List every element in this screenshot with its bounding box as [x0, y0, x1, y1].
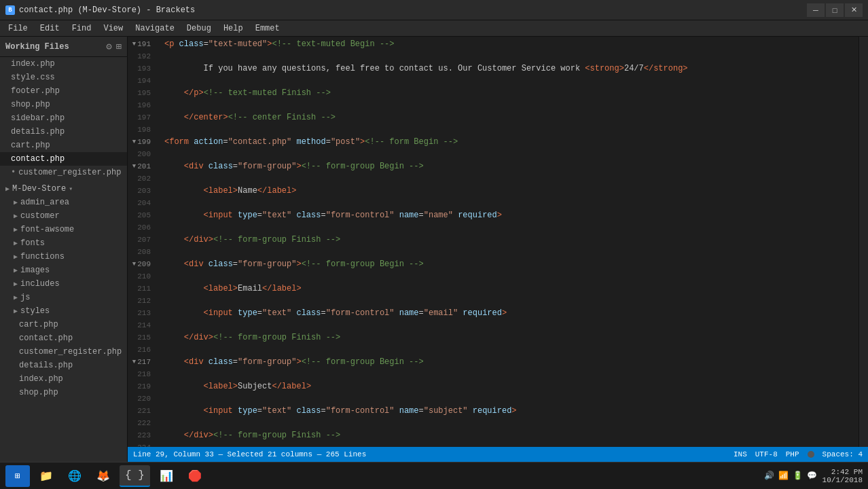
tree-item-index-php[interactable]: index.php — [0, 372, 127, 386]
code-line-196[interactable] — [162, 99, 858, 111]
line-number-192: 192 — [128, 50, 156, 62]
working-file-cart-php[interactable]: cart.php — [0, 139, 127, 152]
menu-item-view[interactable]: View — [98, 22, 128, 35]
code-line-197[interactable]: </center><!-- center Finish --> — [162, 111, 858, 124]
encoding-selector[interactable]: UTF-8 — [755, 450, 778, 458]
tree-item-shop-php[interactable]: shop.php — [0, 386, 127, 399]
code-line-193[interactable]: If you have any questions, feel free to … — [162, 62, 858, 75]
menu-item-file[interactable]: File — [3, 22, 33, 35]
code-line-208[interactable] — [162, 246, 858, 258]
maximize-button[interactable]: □ — [826, 3, 844, 17]
sidebar-settings-icon[interactable]: ⚙ — [106, 41, 111, 52]
working-files-section: index.phpstyle.cssfooter.phpshop.phpside… — [0, 57, 127, 179]
working-file-style-css[interactable]: style.css — [0, 71, 127, 84]
taskbar-app-brackets[interactable]: { } — [120, 465, 150, 487]
code-line-203[interactable]: <label>Name</label> — [162, 185, 858, 197]
code-line-210[interactable] — [162, 270, 858, 283]
folder-expand-icon: ▶ — [14, 212, 18, 220]
tree-item-images[interactable]: ▶images — [0, 264, 127, 277]
tree-item-fonts[interactable]: ▶fonts — [0, 236, 127, 250]
code-line-195[interactable]: </p><!-- text-muted Finish --> — [162, 87, 858, 99]
clock-date: 10/1/2018 — [822, 476, 863, 484]
code-line-212[interactable] — [162, 295, 858, 307]
tree-item-customer[interactable]: ▶customer — [0, 209, 127, 223]
line-number-198: 198 — [128, 124, 156, 136]
taskbar-app-chrome[interactable]: 🌐 — [62, 465, 87, 487]
code-line-205[interactable]: <input type="text" class="form-control" … — [162, 209, 858, 221]
tree-item-admin_area[interactable]: ▶admin_area — [0, 196, 127, 209]
code-line-219[interactable]: <label>Subject</label> — [162, 380, 858, 393]
menu-item-find[interactable]: Find — [67, 22, 97, 35]
menu-item-help[interactable]: Help — [218, 22, 249, 35]
menu-item-edit[interactable]: Edit — [35, 22, 65, 35]
line-number-215: 215 — [128, 331, 156, 344]
tree-item-font-awsome[interactable]: ▶font-awsome — [0, 223, 127, 236]
working-file-index-php[interactable]: index.php — [0, 57, 127, 71]
project-title-row[interactable]: ▶ M-Dev-Store ▾ — [0, 182, 127, 196]
code-line-214[interactable] — [162, 319, 858, 331]
code-line-221[interactable]: <input type="text" class="form-control" … — [162, 405, 858, 417]
tree-item-includes[interactable]: ▶includes — [0, 277, 127, 291]
code-line-211[interactable]: <label>Email</label> — [162, 283, 858, 295]
working-file-footer-php[interactable]: footer.php — [0, 84, 127, 98]
window-controls: ─ □ ✕ — [807, 3, 863, 17]
code-line-192[interactable] — [162, 50, 858, 62]
code-line-218[interactable] — [162, 368, 858, 380]
code-line-198[interactable] — [162, 124, 858, 136]
code-line-223[interactable]: </div><!-- form-group Finish --> — [162, 429, 858, 441]
start-button[interactable]: ⊞ — [5, 465, 30, 487]
working-file-shop-php[interactable]: shop.php — [0, 98, 127, 111]
notification-icon[interactable]: 💬 — [807, 471, 817, 481]
clock[interactable]: 2:42 PM 10/1/2018 — [822, 468, 863, 484]
tree-item-contact-php[interactable]: contact.php — [0, 331, 127, 345]
code-line-202[interactable] — [162, 173, 858, 185]
folder-expand-icon: ▶ — [14, 307, 18, 315]
tree-item-details-php[interactable]: details.php — [0, 359, 127, 372]
menu-item-debug[interactable]: Debug — [181, 22, 217, 35]
taskbar-right: 🔊 📶 🔋 💬 2:42 PM 10/1/2018 — [764, 468, 863, 484]
code-line-209[interactable]: <div class="form-group"><!-- form-group … — [162, 258, 858, 270]
working-file-details-php[interactable]: details.php — [0, 125, 127, 139]
line-number-209: ▼209 — [128, 258, 156, 270]
menu-item-emmet[interactable]: Emmet — [250, 22, 285, 35]
code-line-213[interactable]: <input type="text" class="form-control" … — [162, 307, 858, 319]
minimize-button[interactable]: ─ — [807, 3, 825, 17]
working-file-customer_register-php[interactable]: customer_register.php — [0, 166, 127, 179]
taskbar-app-firefox[interactable]: 🦊 — [91, 465, 115, 487]
tree-item-cart-php[interactable]: cart.php — [0, 318, 127, 331]
sidebar-split-icon[interactable]: ⊞ — [116, 41, 122, 52]
tree-item-styles[interactable]: ▶styles — [0, 304, 127, 318]
code-editor[interactable]: ▼191192193194195196197198▼199200▼2012022… — [128, 37, 868, 447]
menu-item-navigate[interactable]: Navigate — [130, 22, 180, 35]
code-line-207[interactable]: </div><!-- form-group Finish --> — [162, 234, 858, 246]
tree-item-customer_register-php[interactable]: customer_register.php — [0, 345, 127, 359]
taskbar-app-app6[interactable]: 🛑 — [183, 465, 207, 487]
code-line-224[interactable] — [162, 441, 858, 447]
tree-item-js[interactable]: ▶js — [0, 291, 127, 304]
line-numbers: ▼191192193194195196197198▼199200▼2012022… — [128, 37, 162, 447]
taskbar-app-app5[interactable]: 📊 — [154, 465, 179, 487]
code-line-222[interactable] — [162, 417, 858, 429]
code-line-199[interactable]: <form action="contact.php" method="post"… — [162, 136, 858, 148]
code-line-194[interactable] — [162, 75, 858, 87]
working-file-sidebar-php[interactable]: sidebar.php — [0, 111, 127, 125]
close-button[interactable]: ✕ — [845, 3, 863, 17]
code-line-200[interactable] — [162, 148, 858, 160]
spaces-indicator[interactable]: Spaces: 4 — [822, 450, 863, 458]
code-line-201[interactable]: <div class="form-group"><!-- form-group … — [162, 160, 858, 173]
code-line-216[interactable] — [162, 344, 858, 356]
code-line-204[interactable] — [162, 197, 858, 209]
taskbar-app-windows-explorer[interactable]: 📁 — [34, 465, 58, 487]
line-number-206: 206 — [128, 221, 156, 234]
code-line-215[interactable]: </div><!-- form-group Finish --> — [162, 331, 858, 344]
code-line-217[interactable]: <div class="form-group"><!-- form-group … — [162, 356, 858, 368]
code-content[interactable]: <p class="text-muted"><!-- text-muted Be… — [162, 37, 858, 447]
title-bar: B contact.php (M-Dev-Store) - Brackets ─… — [0, 0, 868, 20]
code-line-206[interactable] — [162, 221, 858, 234]
line-number-193: 193 — [128, 62, 156, 75]
language-selector[interactable]: PHP — [786, 450, 799, 458]
tree-item-functions[interactable]: ▶functions — [0, 250, 127, 264]
working-file-contact-php[interactable]: contact.php — [0, 152, 127, 166]
code-line-220[interactable] — [162, 393, 858, 405]
code-line-191[interactable]: <p class="text-muted"><!-- text-muted Be… — [162, 38, 858, 50]
